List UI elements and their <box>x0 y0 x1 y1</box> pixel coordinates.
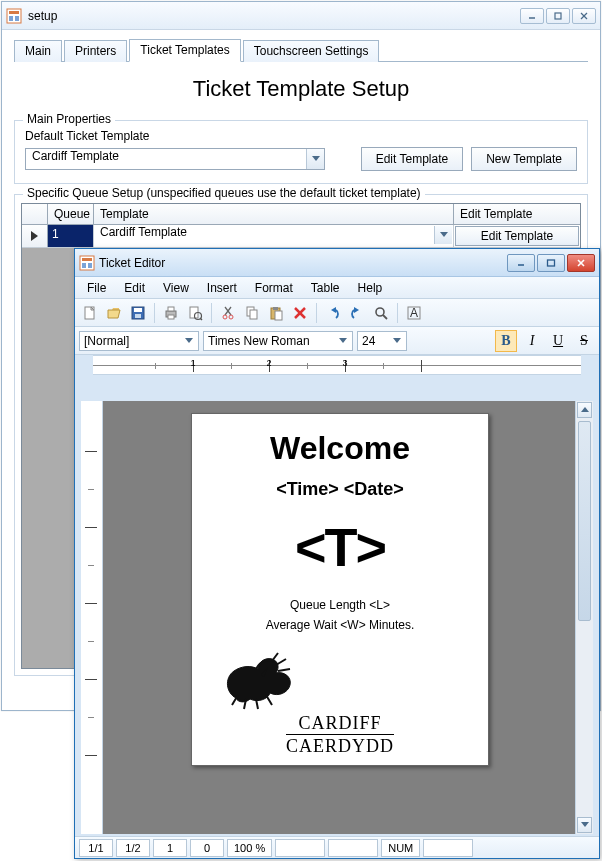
redo-icon[interactable] <box>346 302 368 324</box>
new-icon[interactable] <box>79 302 101 324</box>
ticket-page[interactable]: Welcome <Time> <Date> <T> Queue Length <… <box>191 413 489 766</box>
new-template-button[interactable]: New Template <box>471 147 577 171</box>
tab-ticket-templates[interactable]: Ticket Templates <box>129 39 240 62</box>
svg-rect-13 <box>82 263 86 268</box>
svg-point-33 <box>229 315 233 319</box>
editor-titlebar[interactable]: Ticket Editor <box>75 249 599 277</box>
menu-insert[interactable]: Insert <box>199 279 245 297</box>
char-format-icon[interactable]: A <box>403 302 425 324</box>
page-title: Ticket Template Setup <box>14 76 588 102</box>
default-template-combo[interactable]: Cardiff Template <box>25 148 325 170</box>
svg-rect-12 <box>82 258 92 261</box>
h-ruler[interactable]: 1 2 3 <box>93 355 581 375</box>
svg-marker-42 <box>354 307 359 313</box>
minimize-button[interactable] <box>520 8 544 24</box>
tab-bar: Main Printers Ticket Templates Touchscre… <box>14 38 588 62</box>
setup-titlebar[interactable]: setup <box>2 2 600 30</box>
print-preview-icon[interactable] <box>184 302 206 324</box>
print-icon[interactable] <box>160 302 182 324</box>
chevron-down-icon <box>182 334 196 348</box>
svg-line-29 <box>200 318 202 320</box>
open-icon[interactable] <box>103 302 125 324</box>
svg-text:A: A <box>410 306 418 320</box>
svg-marker-47 <box>185 338 193 343</box>
grid-header-queue[interactable]: Queue <box>48 204 94 224</box>
status-empty3 <box>423 839 473 857</box>
status-empty2 <box>328 839 378 857</box>
document-area: Welcome <Time> <Date> <T> Queue Length <… <box>81 401 593 834</box>
status-zoom: 100 % <box>227 839 272 857</box>
delete-icon[interactable] <box>289 302 311 324</box>
toolbar: A <box>75 299 599 327</box>
main-properties-legend: Main Properties <box>23 112 115 126</box>
chevron-down-icon <box>336 334 350 348</box>
grid-header-template[interactable]: Template <box>94 204 454 224</box>
strike-button[interactable]: S <box>573 330 595 352</box>
svg-rect-23 <box>135 314 141 318</box>
queue-cell[interactable]: 1 <box>48 225 94 247</box>
svg-marker-51 <box>581 822 589 827</box>
find-icon[interactable] <box>370 302 392 324</box>
editor-minimize-button[interactable] <box>507 254 535 272</box>
svg-line-44 <box>383 315 387 319</box>
doc-info: Queue Length <L> Average Wait <W> Minute… <box>206 594 474 633</box>
svg-marker-49 <box>393 338 401 343</box>
maximize-button[interactable] <box>546 8 570 24</box>
status-section: 1/2 <box>116 839 150 857</box>
undo-icon[interactable] <box>322 302 344 324</box>
cut-icon[interactable] <box>217 302 239 324</box>
logo-text-1: CARDIFF <box>206 713 474 734</box>
svg-rect-16 <box>548 260 555 266</box>
editor-maximize-button[interactable] <box>537 254 565 272</box>
row-edit-template-button[interactable]: Edit Template <box>455 226 579 246</box>
save-icon[interactable] <box>127 302 149 324</box>
grid-header-edit[interactable]: Edit Template <box>454 204 580 224</box>
status-page: 1/1 <box>79 839 113 857</box>
font-combo[interactable]: Times New Roman <box>203 331 353 351</box>
editor-close-button[interactable] <box>567 254 595 272</box>
bold-button[interactable]: B <box>495 330 517 352</box>
scroll-down-icon[interactable] <box>577 817 592 833</box>
style-combo[interactable]: [Normal] <box>79 331 199 351</box>
svg-point-32 <box>223 315 227 319</box>
underline-button[interactable]: U <box>547 330 569 352</box>
svg-rect-2 <box>9 16 13 21</box>
scroll-up-icon[interactable] <box>577 402 592 418</box>
doc-ticket-number: <T> <box>206 516 474 578</box>
italic-button[interactable]: I <box>521 330 543 352</box>
status-bar: 1/1 1/2 1 0 100 % NUM <box>75 836 599 858</box>
doc-welcome: Welcome <box>206 430 474 467</box>
svg-rect-1 <box>9 11 19 14</box>
status-line: 1 <box>153 839 187 857</box>
close-button[interactable] <box>572 8 596 24</box>
svg-marker-48 <box>339 338 347 343</box>
v-ruler[interactable] <box>81 401 103 834</box>
table-row[interactable]: 1 Cardiff Template Edit Template <box>22 225 580 248</box>
svg-rect-22 <box>134 308 142 312</box>
menu-edit[interactable]: Edit <box>116 279 153 297</box>
scroll-thumb[interactable] <box>578 421 591 621</box>
menu-table[interactable]: Table <box>303 279 348 297</box>
app-icon <box>79 255 95 271</box>
tab-main[interactable]: Main <box>14 40 62 62</box>
row-selector-icon[interactable] <box>22 225 48 247</box>
tab-touchscreen[interactable]: Touchscreen Settings <box>243 40 380 62</box>
template-cell[interactable]: Cardiff Template <box>94 225 454 247</box>
menu-format[interactable]: Format <box>247 279 301 297</box>
svg-marker-41 <box>331 307 336 313</box>
svg-rect-37 <box>273 307 278 310</box>
size-combo[interactable]: 24 <box>357 331 407 351</box>
tab-printers[interactable]: Printers <box>64 40 127 62</box>
copy-icon[interactable] <box>241 302 263 324</box>
menu-help[interactable]: Help <box>350 279 391 297</box>
edit-cell: Edit Template <box>454 225 580 247</box>
edit-template-button[interactable]: Edit Template <box>361 147 464 171</box>
menu-file[interactable]: File <box>79 279 114 297</box>
main-properties-group: Main Properties Default Ticket Template … <box>14 120 588 184</box>
paste-icon[interactable] <box>265 302 287 324</box>
v-scrollbar[interactable] <box>575 401 593 834</box>
menu-view[interactable]: View <box>155 279 197 297</box>
svg-rect-14 <box>88 263 92 268</box>
setup-title: setup <box>28 9 520 23</box>
default-template-label: Default Ticket Template <box>25 129 577 143</box>
